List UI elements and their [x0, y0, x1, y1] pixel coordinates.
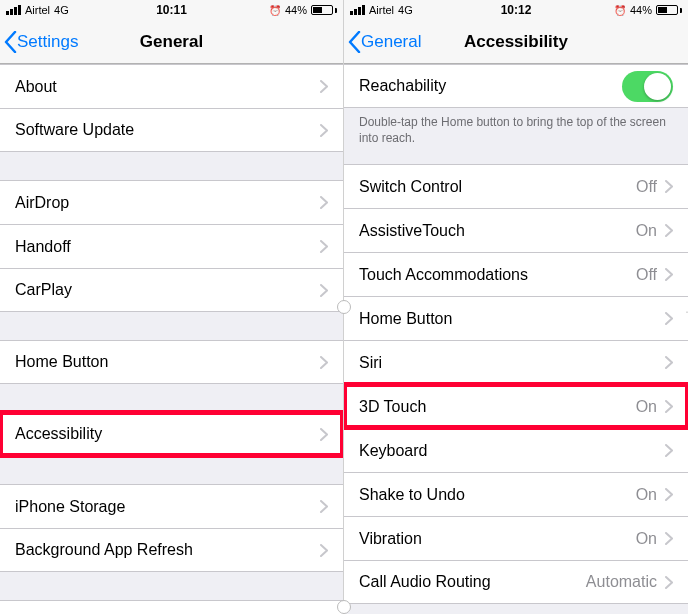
row-reachability[interactable]: Reachability: [344, 64, 688, 108]
back-label: General: [361, 32, 421, 52]
row-value: Automatic: [586, 573, 657, 591]
row-label: CarPlay: [15, 281, 320, 299]
battery-percent: 44%: [285, 4, 307, 16]
row-label: Background App Refresh: [15, 541, 320, 559]
row-label: About: [15, 78, 320, 96]
divider-handle-icon: [337, 600, 351, 614]
status-bar: Airtel 4G 10:12 44%: [344, 0, 688, 20]
settings-list[interactable]: Reachability Double-tap the Home button …: [344, 64, 688, 614]
signal-icon: [350, 5, 365, 15]
chevron-right-icon: [665, 444, 673, 457]
chevron-right-icon: [665, 400, 673, 413]
back-button[interactable]: Settings: [0, 31, 78, 53]
row-airdrop[interactable]: AirDrop: [0, 180, 343, 224]
signal-icon: [6, 5, 21, 15]
row-label: 3D Touch: [359, 398, 636, 416]
phone-general: Airtel 4G 10:11 44% Settings General Abo…: [0, 0, 344, 614]
row-label: Call Audio Routing: [359, 573, 586, 591]
settings-list[interactable]: About Software Update AirDrop Handoff Ca…: [0, 64, 343, 614]
row-value: On: [636, 222, 657, 240]
carrier-label: Airtel: [369, 4, 394, 16]
chevron-right-icon: [665, 488, 673, 501]
nav-bar: General Accessibility: [344, 20, 688, 64]
chevron-right-icon: [320, 428, 328, 441]
back-button[interactable]: General: [344, 31, 421, 53]
network-label: 4G: [398, 4, 413, 16]
row-label: Shake to Undo: [359, 486, 636, 504]
chevron-right-icon: [320, 240, 328, 253]
row-assistivetouch[interactable]: AssistiveTouch On: [344, 208, 688, 252]
row-about[interactable]: About: [0, 64, 343, 108]
row-label: iPhone Storage: [15, 498, 320, 516]
chevron-right-icon: [320, 284, 328, 297]
row-label: Touch Accommodations: [359, 266, 636, 284]
row-switch-control[interactable]: Switch Control Off: [344, 164, 688, 208]
row-label: Home Button: [359, 310, 665, 328]
row-value: Off: [636, 266, 657, 284]
row-siri[interactable]: Siri: [344, 340, 688, 384]
row-home-button[interactable]: Home Button: [344, 296, 688, 340]
phone-accessibility: Airtel 4G 10:12 44% General Accessibilit…: [344, 0, 688, 614]
row-restrictions[interactable]: Restrictions Off: [0, 600, 343, 614]
network-label: 4G: [54, 4, 69, 16]
chevron-right-icon: [665, 356, 673, 369]
row-carplay[interactable]: CarPlay: [0, 268, 343, 312]
row-label: Siri: [359, 354, 665, 372]
row-handoff[interactable]: Handoff: [0, 224, 343, 268]
battery-icon: [656, 5, 682, 15]
chevron-left-icon: [348, 31, 361, 53]
row-label: Software Update: [15, 121, 320, 139]
row-iphone-storage[interactable]: iPhone Storage: [0, 484, 343, 528]
row-label: Keyboard: [359, 442, 665, 460]
row-value: On: [636, 530, 657, 548]
battery-percent: 44%: [630, 4, 652, 16]
row-call-audio[interactable]: Call Audio Routing Automatic: [344, 560, 688, 604]
row-label: Home Button: [15, 353, 320, 371]
row-label: Handoff: [15, 238, 320, 256]
row-accessibility[interactable]: Accessibility: [0, 412, 343, 456]
row-value: Off: [636, 178, 657, 196]
row-label: AirDrop: [15, 194, 320, 212]
chevron-right-icon: [665, 224, 673, 237]
reachability-footnote: Double-tap the Home button to bring the …: [344, 108, 688, 146]
carrier-label: Airtel: [25, 4, 50, 16]
row-label: Switch Control: [359, 178, 636, 196]
row-software-update[interactable]: Software Update: [0, 108, 343, 152]
chevron-right-icon: [320, 500, 328, 513]
chevron-right-icon: [665, 532, 673, 545]
row-vibration[interactable]: Vibration On: [344, 516, 688, 560]
chevron-right-icon: [320, 544, 328, 557]
chevron-right-icon: [320, 356, 328, 369]
divider-handle-icon: [337, 300, 351, 314]
status-bar: Airtel 4G 10:11 44%: [0, 0, 343, 20]
nav-bar: Settings General: [0, 20, 343, 64]
row-background-refresh[interactable]: Background App Refresh: [0, 528, 343, 572]
back-label: Settings: [17, 32, 78, 52]
chevron-right-icon: [320, 124, 328, 137]
chevron-right-icon: [320, 80, 328, 93]
row-label: Accessibility: [15, 425, 320, 443]
row-label: Reachability: [359, 77, 622, 95]
row-home-button[interactable]: Home Button: [0, 340, 343, 384]
chevron-right-icon: [320, 196, 328, 209]
alarm-icon: [269, 4, 281, 16]
battery-icon: [311, 5, 337, 15]
row-shake-undo[interactable]: Shake to Undo On: [344, 472, 688, 516]
row-label: AssistiveTouch: [359, 222, 636, 240]
row-value: On: [636, 398, 657, 416]
chevron-right-icon: [665, 268, 673, 281]
row-3d-touch[interactable]: 3D Touch On: [344, 384, 688, 428]
row-label: Vibration: [359, 530, 636, 548]
chevron-right-icon: [665, 576, 673, 589]
alarm-icon: [614, 4, 626, 16]
chevron-right-icon: [665, 180, 673, 193]
chevron-right-icon: [665, 312, 673, 325]
toggle-on[interactable]: [622, 71, 673, 102]
row-value: On: [636, 486, 657, 504]
row-touch-accommodations[interactable]: Touch Accommodations Off: [344, 252, 688, 296]
row-keyboard[interactable]: Keyboard: [344, 428, 688, 472]
chevron-left-icon: [4, 31, 17, 53]
